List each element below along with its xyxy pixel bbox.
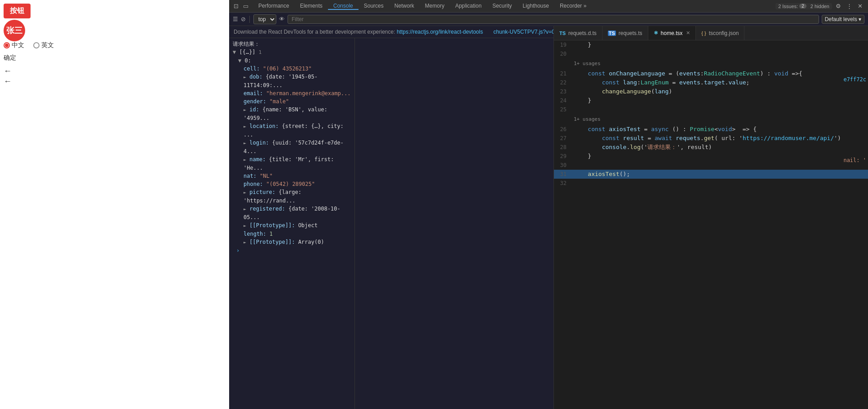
line-num-27: 27: [554, 134, 572, 143]
line-num-30: 30: [554, 161, 572, 170]
radio-label-english: 英文: [41, 41, 54, 49]
field-cell: cell: "(06) 43526213": [244, 65, 351, 73]
code-line-24: 24 }: [554, 96, 868, 105]
radio-circle-english: [33, 42, 40, 48]
array-header-text: [{…}]: [239, 49, 258, 55]
field-prototype-obj[interactable]: ► [[Prototype]]: Object: [244, 221, 351, 230]
confirm-button[interactable]: 确定: [4, 54, 16, 62]
tab-memory[interactable]: Memory: [420, 3, 450, 10]
console-toolbar: ☰ ⊘ top 👁 Default levels ▾: [229, 13, 868, 26]
code-line-20: 20: [554, 49, 868, 58]
filter-input[interactable]: [288, 15, 819, 24]
code-line-23: 23 changeLanguage(lang): [554, 87, 868, 96]
tab-application[interactable]: Application: [450, 3, 487, 10]
back-arrow-1[interactable]: ←: [4, 66, 12, 76]
line-num-29: 29: [554, 152, 572, 161]
line-num-28: 28: [554, 143, 572, 152]
back-arrow-2[interactable]: ←: [4, 77, 12, 86]
more-icon[interactable]: ⋮: [845, 2, 854, 10]
back-arrows: ← ←: [4, 66, 12, 86]
tab-elements[interactable]: Elements: [295, 3, 328, 10]
inspect-icon[interactable]: ⊡: [232, 2, 240, 10]
field-gender: gender: "male": [244, 97, 351, 106]
source-tab-requets-d-ts[interactable]: TS requets.d.ts: [554, 38, 602, 40]
code-text-31: axiosTest();: [572, 170, 868, 179]
code-text-28: console.log('请求结果：', result): [572, 143, 868, 152]
code-text-27: const result = await requets.get( url: '…: [572, 134, 868, 143]
main-button[interactable]: 按钮: [4, 4, 31, 18]
code-line-21: 21 const onChangeLanguage = (events:Radi…: [554, 69, 868, 78]
close-icon[interactable]: ✕: [856, 2, 864, 10]
radio-chinese[interactable]: 中文: [4, 41, 24, 49]
code-area: 19 } 20 1+ usages 21 const onChangeLangu…: [554, 40, 868, 409]
field-location[interactable]: ► location: {street: {…}, city: ...: [244, 122, 351, 139]
field-length: length: 1: [238, 230, 351, 238]
code-text-29: }: [572, 152, 868, 161]
array-expand-icon: ▼: [233, 49, 236, 55]
tab-network[interactable]: Network: [389, 3, 420, 10]
default-levels-button[interactable]: Default levels ▾: [822, 15, 864, 24]
tab-performance[interactable]: Performance: [253, 3, 295, 10]
code-line-19: 19 }: [554, 40, 868, 49]
topbar-right: 2 Issues: 2 2 hidden ⚙ ⋮ ✕: [772, 2, 868, 10]
tab-console[interactable]: Console: [328, 3, 359, 10]
device-icon[interactable]: ▭: [241, 2, 250, 10]
code-line-31: 31 axiosTest();: [554, 170, 868, 179]
app-area: 按钮 张三 中文 英文 确定 ← ←: [0, 0, 229, 409]
radio-circle-chinese: [4, 42, 10, 48]
console-array-header[interactable]: ▼ [{…}] 1: [233, 48, 351, 57]
field-dob[interactable]: ► dob: {date: '1945-05-11T14:09:...: [244, 73, 351, 89]
settings-icon[interactable]: ⚙: [834, 2, 843, 10]
issues-count: 2: [799, 4, 806, 9]
sidebar-toggle-icon[interactable]: ☰: [233, 16, 238, 22]
console-area: Download the React DevTools for a better…: [229, 26, 868, 409]
line-num-24: 24: [554, 96, 572, 105]
clear-icon[interactable]: ⊘: [241, 16, 246, 22]
field-phone: phone: "(0542) 289025": [244, 180, 351, 188]
field-login[interactable]: ► login: {uuid: '57c7d24f-e7de-4...: [244, 139, 351, 155]
line-num-26: 26: [554, 125, 572, 134]
line-num-31: 31: [554, 170, 572, 179]
usage-hint-1: 1+ usages: [554, 58, 868, 69]
radio-english[interactable]: 英文: [33, 41, 54, 49]
code-line-26: 26 const axiosTest = async () : Promise<…: [554, 125, 868, 134]
console-content: 请求结果： ▼ [{…}] 1 ▼ 0: cell: "(06) 4352621…: [229, 38, 868, 409]
tab-lighthouse[interactable]: Lighthouse: [517, 3, 554, 10]
tab-security[interactable]: Security: [487, 3, 517, 10]
eye-icon[interactable]: 👁: [279, 16, 285, 22]
item-0-fields: cell: "(06) 43526213" ► dob: {date: '194…: [238, 65, 351, 230]
right-truncated-2: nail: ': [841, 156, 868, 164]
code-line-28: 28 console.log('请求结果：', result): [554, 143, 868, 152]
field-registered[interactable]: ► registered: {date: '2008-10-05...: [244, 205, 351, 221]
tab-recorder[interactable]: Recorder »: [554, 3, 592, 10]
code-line-22: 22 const lang:LangEnum = events.target.v…: [554, 78, 868, 87]
radio-label-chinese: 中文: [12, 41, 24, 49]
right-truncated-1: e7ff72c: [841, 75, 868, 84]
item-0-expand: ▼: [238, 57, 241, 64]
devtools-tabbar: ⊡ ▭ Performance Elements Console Sources…: [229, 0, 868, 13]
banner-link[interactable]: https://reactjs.org/link/react-devtools: [397, 29, 483, 35]
source-tab-requets-ts[interactable]: TS requets.ts: [602, 38, 648, 40]
code-text-23: changeLanguage(lang): [572, 87, 868, 96]
field-id[interactable]: ► id: {name: 'BSN', value: '4959...: [244, 106, 351, 122]
field-picture[interactable]: ► picture: {large: 'https://rand...: [244, 188, 351, 205]
line-num-25: 25: [554, 105, 572, 114]
item-0-label: 0:: [244, 57, 251, 64]
console-expand-more[interactable]: ›: [233, 246, 351, 255]
line-num-32: 32: [554, 179, 572, 188]
line-num-22: 22: [554, 78, 572, 87]
field-prototype-arr[interactable]: ► [[Prototype]]: Array(0): [238, 238, 351, 246]
code-line-27: 27 const result = await requets.get( url…: [554, 134, 868, 143]
source-tab-tsconfig[interactable]: { } tsconfig.json: [696, 38, 744, 40]
issues-label: 2 Issues:: [778, 4, 798, 9]
source-panel: TS requets.d.ts TS requets.ts ⚛ home.tsx…: [554, 38, 868, 409]
field-name[interactable]: ► name: {title: 'Mr', first: 'He...: [244, 155, 351, 172]
context-selector[interactable]: top: [253, 14, 276, 24]
devtools-tabs: Performance Elements Console Sources Net…: [253, 3, 772, 10]
issues-badge[interactable]: 2 Issues: 2 2 hidden: [775, 3, 832, 9]
tree-item-0: ▼ 0: cell: "(06) 43526213" ► dob: {date:…: [233, 57, 351, 246]
item-0-header[interactable]: ▼ 0:: [238, 57, 351, 65]
source-tab-home-tsx[interactable]: ⚛ home.tsx ✕: [648, 38, 696, 40]
tab-sources[interactable]: Sources: [359, 3, 389, 10]
field-email: email: "herman.mengerink@examp...: [244, 89, 351, 97]
